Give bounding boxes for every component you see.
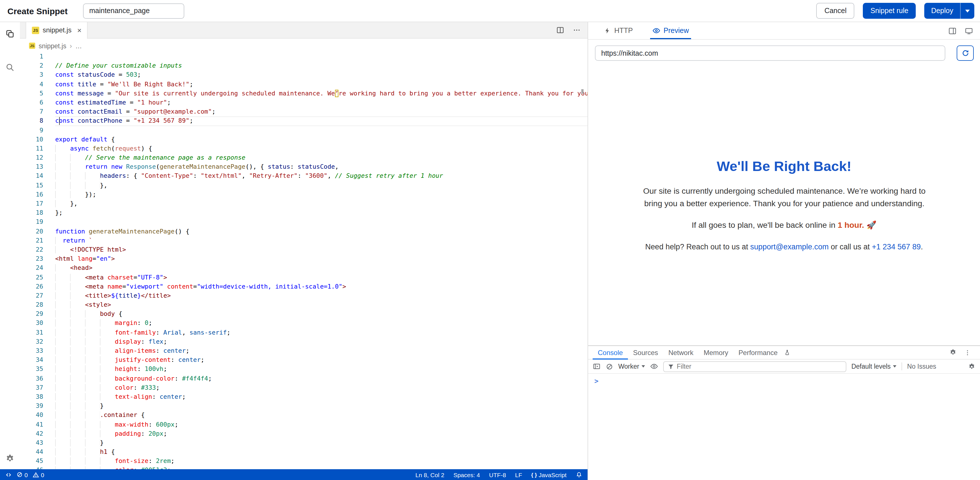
code-line[interactable]: margin: 0; bbox=[55, 319, 587, 328]
code-line[interactable]: <!DOCTYPE html> bbox=[55, 246, 587, 255]
code-line[interactable]: padding: 20px; bbox=[55, 429, 587, 438]
console-prompt[interactable]: > bbox=[594, 377, 598, 385]
support-email-link[interactable]: support@example.com bbox=[750, 242, 829, 251]
copy-icon[interactable] bbox=[5, 29, 15, 39]
code-line[interactable]: max-width: 600px; bbox=[55, 420, 587, 429]
code-line[interactable]: const contactPhone = "+1 234 567 89"; bbox=[55, 117, 587, 126]
code-line[interactable]: <html lang="en"> bbox=[55, 255, 587, 264]
kebab-menu-icon[interactable] bbox=[964, 349, 971, 356]
code-line[interactable] bbox=[55, 218, 587, 227]
code-line[interactable]: color: #0051c3; bbox=[55, 466, 587, 469]
issues-counter[interactable]: No Issues bbox=[907, 363, 936, 370]
console-settings-gear-icon[interactable] bbox=[968, 363, 975, 370]
code-line[interactable]: const contactEmail = "support@example.co… bbox=[55, 107, 587, 116]
code-lines[interactable]: // Define your customizable inputsconst … bbox=[55, 52, 587, 469]
code-line[interactable]: text-align: center; bbox=[55, 393, 587, 402]
code-line[interactable]: color: #333; bbox=[55, 383, 587, 393]
gear-icon[interactable] bbox=[949, 349, 957, 356]
device-icon[interactable] bbox=[965, 27, 973, 35]
code-line[interactable]: background-color: #f4f4f4; bbox=[55, 374, 587, 383]
code-line[interactable]: function generateMaintenancePage() { bbox=[55, 227, 587, 236]
code-line[interactable]: body { bbox=[55, 310, 587, 319]
code-line[interactable]: const estimatedTime = "1 hour"; bbox=[55, 98, 587, 107]
code-line[interactable]: <title>${title}</title> bbox=[55, 291, 587, 301]
code-line[interactable]: }); bbox=[55, 190, 587, 200]
code-line[interactable]: const message = "Our site is currently u… bbox=[55, 89, 587, 98]
scrollbar-mark[interactable] bbox=[581, 89, 584, 94]
deploy-button[interactable]: Deploy bbox=[924, 3, 974, 19]
filter-input[interactable] bbox=[677, 363, 842, 370]
search-icon[interactable] bbox=[5, 62, 15, 72]
tab-http[interactable]: HTTP bbox=[602, 22, 635, 39]
code-line[interactable]: display: flex; bbox=[55, 337, 587, 347]
cursor-position[interactable]: Ln 8, Col 2 bbox=[415, 471, 444, 478]
code-line[interactable]: h1 { bbox=[55, 448, 587, 457]
tab-snippet-js[interactable]: JS snippet.js × bbox=[25, 22, 88, 39]
clear-console-icon[interactable] bbox=[606, 363, 613, 370]
devtools-tab-memory[interactable]: Memory bbox=[698, 346, 733, 359]
devtools-tab-network[interactable]: Network bbox=[663, 346, 698, 359]
console-sidebar-icon[interactable] bbox=[593, 363, 601, 371]
bell-icon[interactable] bbox=[576, 471, 582, 478]
code-line[interactable]: }; bbox=[55, 209, 587, 217]
code-line[interactable]: headers: { "Content-Type": "text/html", … bbox=[55, 172, 587, 181]
refresh-button[interactable] bbox=[957, 46, 974, 61]
tab-preview[interactable]: Preview bbox=[650, 22, 691, 39]
code-line[interactable]: <meta charset="UTF-8"> bbox=[55, 273, 587, 282]
devtools-tab-console[interactable]: Console bbox=[593, 346, 628, 359]
flask-icon[interactable] bbox=[784, 349, 791, 356]
code-line[interactable]: height: 100vh; bbox=[55, 365, 587, 374]
code-line[interactable]: }, bbox=[55, 181, 587, 190]
remote-icon[interactable] bbox=[5, 471, 12, 478]
code-line[interactable] bbox=[55, 52, 587, 61]
split-editor-icon[interactable] bbox=[556, 26, 564, 34]
encoding[interactable]: UTF-8 bbox=[489, 471, 506, 478]
cancel-button[interactable]: Cancel bbox=[816, 3, 854, 19]
code-line[interactable]: <meta name="viewport" content="width=dev… bbox=[55, 282, 587, 291]
snippet-name-input[interactable] bbox=[83, 3, 184, 19]
errors-indicator[interactable]: 0 bbox=[16, 471, 28, 478]
live-expression-eye-icon[interactable] bbox=[650, 363, 658, 371]
language-mode[interactable]: { } JavaScript bbox=[531, 471, 566, 478]
code-line[interactable]: <head> bbox=[55, 264, 587, 273]
code-line[interactable]: const title = "We'll Be Right Back!"; bbox=[55, 80, 587, 89]
code-editor[interactable]: 1234567891011121314151617181920212223242… bbox=[20, 52, 587, 469]
gear-icon[interactable] bbox=[5, 454, 15, 464]
code-line[interactable] bbox=[55, 126, 587, 135]
code-line[interactable]: return ` bbox=[55, 236, 587, 246]
eol-sequence[interactable]: LF bbox=[515, 471, 522, 478]
code-line[interactable]: align-items: center; bbox=[55, 347, 587, 356]
code-line[interactable]: return new Response(generateMaintenanceP… bbox=[55, 163, 587, 172]
code-line[interactable]: font-family: Arial, sans-serif; bbox=[55, 328, 587, 337]
code-line[interactable]: font-size: 2rem; bbox=[55, 457, 587, 466]
code-line[interactable]: } bbox=[55, 402, 587, 411]
preview-url-input[interactable] bbox=[595, 46, 945, 61]
code-line[interactable]: export default { bbox=[55, 135, 587, 144]
breadcrumb-more[interactable]: … bbox=[75, 42, 82, 49]
deploy-dropdown-button[interactable] bbox=[960, 3, 974, 19]
close-icon[interactable]: × bbox=[77, 26, 81, 34]
deploy-button-label[interactable]: Deploy bbox=[924, 3, 960, 19]
devtools-tab-performance[interactable]: Performance bbox=[733, 346, 783, 359]
code-line[interactable]: }, bbox=[55, 200, 587, 209]
indentation[interactable]: Spaces: 4 bbox=[453, 471, 480, 478]
code-line[interactable]: <style> bbox=[55, 301, 587, 310]
phone-link[interactable]: +1 234 567 89 bbox=[872, 242, 921, 251]
log-levels-dropdown[interactable]: Default levels bbox=[851, 363, 896, 370]
warnings-indicator[interactable]: 0 bbox=[32, 471, 45, 478]
breadcrumb-file[interactable]: snippet.js bbox=[39, 42, 66, 49]
console-filter[interactable] bbox=[663, 361, 846, 372]
snippet-rule-button[interactable]: Snippet rule bbox=[863, 3, 916, 19]
code-line[interactable]: // Serve the maintenance page as a respo… bbox=[55, 154, 587, 162]
code-line[interactable]: // Define your customizable inputs bbox=[55, 61, 587, 70]
devtools-tab-sources[interactable]: Sources bbox=[628, 346, 663, 359]
context-selector[interactable]: Worker bbox=[618, 363, 645, 370]
console-output[interactable]: > bbox=[588, 374, 980, 385]
more-actions-icon[interactable] bbox=[573, 26, 581, 34]
code-line[interactable]: .container { bbox=[55, 411, 587, 420]
code-line[interactable]: justify-content: center; bbox=[55, 356, 587, 365]
panel-layout-icon[interactable] bbox=[948, 27, 957, 35]
code-line[interactable]: const statusCode = 503; bbox=[55, 71, 587, 80]
code-line[interactable]: async fetch(request) { bbox=[55, 144, 587, 154]
code-line[interactable]: } bbox=[55, 439, 587, 448]
